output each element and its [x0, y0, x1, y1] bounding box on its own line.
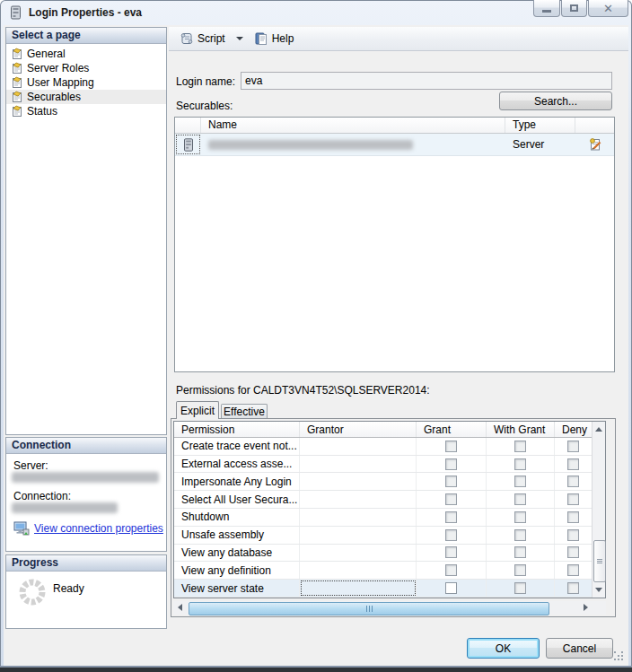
with-grant-checkbox[interactable] — [514, 564, 526, 576]
deny-checkbox[interactable] — [567, 511, 579, 523]
deny-checkbox[interactable] — [567, 441, 579, 452]
window-title: Login Properties - eva — [29, 6, 142, 19]
deny-checkbox[interactable] — [567, 546, 579, 558]
resize-grip[interactable] — [614, 651, 616, 653]
permission-row[interactable]: Impersonate Any Login — [174, 473, 592, 491]
cancel-button[interactable]: Cancel — [546, 638, 613, 659]
grantor-cell[interactable] — [300, 456, 417, 473]
connection-panel: Connection Server: Connection: View conn… — [5, 437, 167, 552]
grant-checkbox[interactable] — [445, 582, 457, 594]
col-edit — [575, 118, 614, 133]
view-connection-properties-link[interactable]: View connection properties — [13, 521, 163, 536]
sidebar-item-user-mapping[interactable]: User Mapping — [6, 75, 166, 90]
grant-checkbox[interactable] — [445, 564, 457, 576]
grantor-cell[interactable] — [300, 473, 417, 490]
maximize-button[interactable] — [561, 0, 587, 17]
scroll-left-icon[interactable] — [178, 604, 182, 611]
grantor-cell[interactable] — [300, 491, 417, 508]
login-name-input[interactable] — [241, 72, 612, 90]
grant-checkbox[interactable] — [445, 441, 457, 452]
deny-checkbox[interactable] — [567, 564, 579, 576]
sidebar-item-server-roles[interactable]: Server Roles — [6, 61, 166, 75]
deny-checkbox[interactable] — [567, 458, 579, 470]
tab-label: Effective — [224, 406, 265, 418]
with-grant-checkbox[interactable] — [514, 476, 526, 487]
permission-name: Impersonate Any Login — [181, 476, 292, 488]
with-grant-checkbox[interactable] — [514, 493, 526, 505]
permission-name: View any definition — [181, 564, 271, 577]
progress-status: Ready — [53, 582, 84, 595]
minimize-button[interactable] — [533, 0, 560, 17]
grant-checkbox[interactable] — [445, 458, 457, 470]
with-grant-checkbox[interactable] — [514, 511, 526, 523]
permission-name: View any database — [181, 546, 272, 559]
scroll-right-icon[interactable] — [584, 604, 588, 611]
deny-checkbox[interactable] — [567, 493, 579, 505]
sidebar-item-securables[interactable]: Securables — [6, 90, 166, 104]
scroll-down-icon[interactable] — [595, 588, 602, 592]
grantor-cell[interactable] — [300, 509, 417, 526]
connection-label: Connection: — [13, 490, 71, 502]
tab-effective[interactable]: Effective — [221, 404, 268, 418]
grantor-cell[interactable] — [300, 438, 417, 455]
securables-label: Securables: — [176, 100, 233, 112]
with-grant-checkbox[interactable] — [514, 546, 526, 558]
script-button[interactable]: Script — [176, 30, 229, 48]
securables-table-header: Name Type — [175, 118, 614, 134]
with-grant-checkbox[interactable] — [514, 458, 526, 470]
edit-securable-icon[interactable] — [588, 137, 602, 152]
grantor-cell[interactable] — [300, 545, 417, 562]
grantor-cell-focused[interactable] — [300, 580, 417, 597]
toolbar: Script Help — [169, 27, 628, 51]
grantor-cell[interactable] — [300, 562, 417, 579]
sidebar-item-status[interactable]: Status — [6, 104, 166, 118]
connection-header: Connection — [6, 438, 166, 454]
deny-checkbox[interactable] — [567, 582, 579, 594]
server-value-redacted — [12, 472, 159, 483]
progress-spinner-icon — [17, 577, 48, 607]
connection-properties-icon — [13, 521, 30, 536]
deny-checkbox[interactable] — [567, 529, 579, 541]
permission-row[interactable]: View any definition — [174, 562, 592, 580]
permission-row[interactable]: Unsafe assembly — [174, 527, 592, 545]
script-dropdown-icon[interactable] — [236, 37, 243, 40]
grant-checkbox[interactable] — [445, 546, 457, 558]
title-bar[interactable]: Login Properties - eva ✕ — [0, 0, 632, 25]
with-grant-checkbox[interactable] — [514, 441, 526, 452]
sidebar-item-general[interactable]: General — [6, 47, 166, 61]
with-grant-checkbox[interactable] — [514, 582, 526, 594]
permission-row-selected[interactable]: View server state — [174, 580, 592, 598]
permission-row[interactable]: View any database — [174, 545, 592, 563]
grant-checkbox[interactable] — [445, 493, 457, 505]
search-button[interactable]: Search... — [499, 92, 612, 110]
permission-row[interactable]: External access asse... — [174, 456, 592, 474]
with-grant-checkbox[interactable] — [514, 529, 526, 541]
progress-panel: Progress Ready — [5, 554, 167, 629]
permission-row[interactable]: Select All User Secura... — [174, 491, 592, 509]
grant-checkbox[interactable] — [445, 511, 457, 523]
securable-name-redacted — [208, 140, 413, 150]
connection-value-redacted — [12, 502, 118, 513]
grant-checkbox[interactable] — [445, 529, 457, 541]
vertical-scroll-thumb[interactable] — [593, 540, 606, 582]
ok-button[interactable]: OK — [467, 638, 540, 659]
permission-name: External access asse... — [181, 458, 292, 470]
deny-checkbox[interactable] — [567, 476, 579, 487]
grant-checkbox[interactable] — [445, 476, 457, 487]
close-button[interactable]: ✕ — [588, 0, 628, 17]
select-page-header: Select a page — [6, 28, 166, 44]
permission-row[interactable]: Create trace event not... — [174, 438, 592, 456]
scroll-up-icon[interactable] — [595, 427, 602, 432]
horizontal-scroll-thumb[interactable] — [189, 602, 549, 615]
horizontal-scrollbar[interactable] — [173, 601, 592, 615]
progress-header: Progress — [6, 555, 166, 572]
cancel-button-label: Cancel — [563, 642, 596, 655]
vertical-scrollbar[interactable] — [592, 422, 605, 598]
securable-row[interactable]: Server — [175, 134, 614, 156]
grantor-cell[interactable] — [300, 527, 417, 544]
help-button[interactable]: Help — [250, 30, 298, 48]
col-name: Name — [201, 118, 505, 133]
permission-name: Create trace event not... — [181, 440, 297, 452]
tab-explicit[interactable]: Explicit — [176, 401, 219, 419]
permission-row[interactable]: Shutdown — [174, 509, 592, 527]
